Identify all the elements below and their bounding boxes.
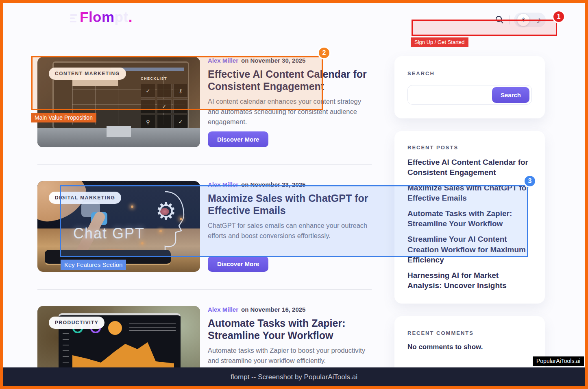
discover-more-button[interactable]: Discover More [208,256,268,272]
search-card: SEARCH Search [394,56,545,118]
flow-icon [70,14,77,22]
search-box: Search [407,85,532,105]
recent-posts-heading: RECENT POSTS [407,144,458,151]
logo-dot: . [128,9,133,25]
annotation-badge-2: 2 [318,46,331,59]
post-author-link[interactable]: Alex Miller [208,306,238,313]
discover-more-button[interactable]: Discover More [208,131,268,147]
recent-comments-heading: RECENT COMMENTS [407,330,474,336]
search-input[interactable] [412,87,485,103]
site-logo[interactable]: Flompt. [70,9,133,25]
search-button[interactable]: Search [492,87,529,103]
post-excerpt: Automate tasks with Zapier to boost your… [208,345,372,366]
annotation-label-2: Main Value Proposition [31,113,96,122]
category-badge[interactable]: PRODUCTIVITY [49,317,105,329]
decor-area-chart [72,339,174,367]
recent-post-link[interactable]: Effective AI Content Calendar for Consis… [407,157,529,177]
footer-bar: flompt -- Screenshot by PopularAiTools.a… [0,367,588,387]
annotation-label-1: Sign Up / Get Started [411,37,468,47]
annotation-box-2 [31,56,323,110]
annotation-box-3 [60,185,528,257]
annotation-box-1 [412,20,557,36]
logo-text-flom: Flom [80,9,115,25]
no-comments-text: No comments to show. [407,343,483,351]
post-title[interactable]: Automate Tasks with Zapier: Streamline Y… [208,317,372,341]
recent-post-link[interactable]: Harnessing AI for Market Analysis: Uncov… [407,270,529,291]
annotation-label-3: Key Features Section [61,260,126,270]
decor-stand [107,126,131,137]
search-heading: SEARCH [407,70,435,76]
post-date: on November 16, 2025 [241,306,305,313]
post-meta: Alex Milleron November 16, 2025 [208,306,372,313]
footer-text: flompt -- Screenshot by PopularAiTools.a… [231,373,357,381]
watermark-badge: PopularAiTools.ai [533,356,584,366]
annotation-badge-1: 1 [552,10,565,23]
post-divider [37,289,372,290]
annotation-badge-3: 3 [523,175,536,188]
logo-text-pt: pt [115,9,128,25]
post-divider [37,164,372,165]
